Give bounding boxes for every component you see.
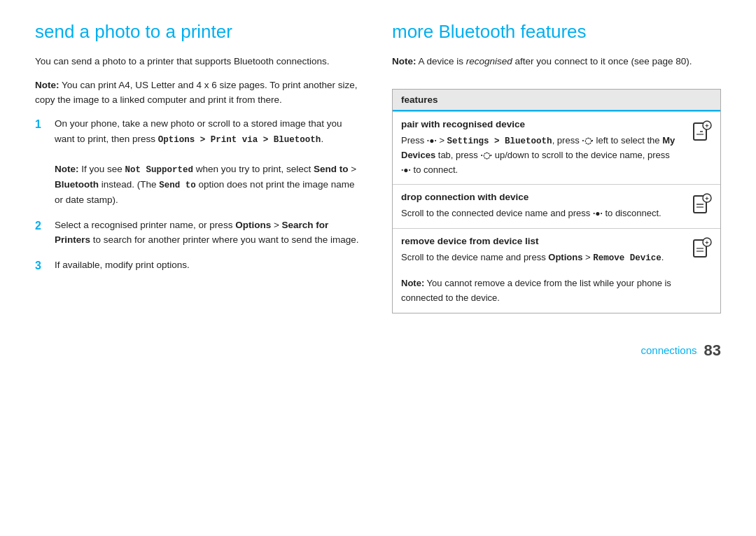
remove-body: Scroll to the device name and press Opti… [401,251,677,265]
step-2-num: 2 [35,217,48,248]
feature-row-drop: drop connection with device Scroll to th… [393,184,720,228]
right-column: more Bluetooth features Note: A device i… [392,21,721,313]
footer-page: 83 [704,341,721,360]
drop-icon: + [688,192,713,217]
step-3-text: If available, modify print options. [55,260,190,270]
note1-text: You can print A4, US Letter and 4 x 6 si… [35,80,358,106]
drop-btn: ·●· [593,209,603,218]
pair-settings: Settings > Bluetooth [447,136,552,146]
step-1: 1 On your phone, take a new photo or scr… [35,116,364,208]
right-intro-bold: Note: [392,56,416,66]
remove-options: Options [548,252,582,262]
drop-body: Scroll to the connected device name and … [401,206,677,221]
left-intro: You can send a photo to a printer that s… [35,54,364,69]
step-1-note-bold: Note: [55,164,79,174]
remove-note-bold: Note: [401,278,424,288]
pair-btn4: ·●· [401,165,411,175]
step-1-send-bold: Send to [314,164,349,174]
right-intro-text2: after you connect to it once (see page 8… [512,56,692,66]
step-1-note-text3: > [348,164,356,174]
right-title: more Bluetooth features [392,21,721,43]
remove-code: Remove Device [593,253,662,263]
step-1-code: Options > Print via > Bluetooth [158,135,321,145]
note1-bold: Note: [35,80,59,90]
left-column: send a photo to a printer You can send a… [35,21,364,285]
left-note1: Note: You can print A4, US Letter and 4 … [35,78,364,108]
pair-btn3: ·◌· [480,150,492,160]
step-1-num: 1 [35,115,48,208]
drop-title: drop connection with device [401,192,677,202]
left-title: send a photo to a printer [35,21,364,43]
step-2-text-before: Select a recognised printer name, or pre… [55,220,235,230]
remove-title: remove device from device list [401,236,677,246]
table-header: features [393,90,720,111]
right-intro-text1: A device is [416,56,466,66]
footer: connections 83 [35,334,721,360]
remove-note: Note: You cannot remove a device from th… [401,276,677,306]
step-2: 2 Select a recognised printer name, or p… [35,218,364,248]
step-2-options: Options [235,220,271,230]
steps-list: 1 On your phone, take a new photo or scr… [35,116,364,275]
page-layout: send a photo to a printer You can send a… [35,21,721,313]
remove-icon: + [688,236,713,261]
feature-row-pair: pair with recognised device Press ·●· > … [393,111,720,185]
step-3-num: 3 [35,257,48,275]
pair-body: Press ·●· > Settings > Bluetooth, press … [401,134,677,178]
pair-icon: + [688,119,713,144]
svg-text:+: + [705,195,708,202]
svg-text:+: + [705,122,708,129]
pair-title: pair with recognised device [401,119,677,129]
footer-label: connections [640,344,696,356]
pair-btn1: ·●· [427,136,437,146]
feature-table: features pair with recognised device Pre… [392,89,721,313]
step-3: 3 If available, modify print options. [35,258,364,275]
step-1-code-send: Send to [159,181,196,190]
step-1-note-text: If you see [79,164,125,174]
step-1-not-supported: Not Supported [125,165,194,175]
feature-row-remove: remove device from device list Scroll to… [393,228,720,313]
svg-text:+: + [705,239,708,246]
step-1-period: . [321,134,323,144]
step-1-note-text4: instead. (The [99,179,159,190]
step-1-bluetooth-bold: Bluetooth [55,179,99,190]
step-3-content: If available, modify print options. [55,258,364,275]
step-1-content: On your phone, take a new photo or scrol… [55,116,364,208]
step-2-content: Select a recognised printer name, or pre… [55,218,364,248]
step-2-text-end: to search for another printer where you … [90,234,358,245]
step-2-text-after: > [271,220,281,230]
step-1-note-text2: when you try to print, select [193,164,314,174]
pair-btn2: ·◌· [582,136,594,146]
right-intro-italic: recognised [466,56,512,66]
right-intro: Note: A device is recognised after you c… [392,54,721,69]
